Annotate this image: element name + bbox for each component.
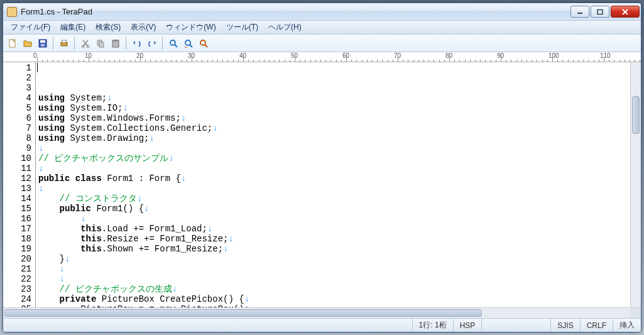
statusbar: 1行: 1桁 HSP SJIS CRLF 挿入 xyxy=(3,318,641,332)
ruler: 0102030405060708090100110120 xyxy=(3,52,641,62)
find-button[interactable] xyxy=(166,36,180,50)
redo-button[interactable] xyxy=(145,36,159,50)
line-number-gutter: 1234567891011121314151617181920212223242… xyxy=(3,62,36,307)
status-insert-mode: 挿入 xyxy=(613,319,641,332)
horizontal-scrollbar[interactable] xyxy=(3,307,641,318)
svg-line-21 xyxy=(205,45,207,47)
titlebar[interactable]: Form1.cs - TeraPad xyxy=(3,3,641,21)
status-newline: CRLF xyxy=(580,319,613,332)
cut-button[interactable] xyxy=(79,36,92,50)
maximize-button[interactable] xyxy=(591,6,609,18)
toolbar-separator xyxy=(74,37,75,50)
status-language: HSP xyxy=(453,319,482,332)
svg-point-16 xyxy=(170,40,175,45)
copy-button[interactable] xyxy=(94,36,107,50)
find-next-button[interactable] xyxy=(182,36,195,50)
svg-line-19 xyxy=(190,45,192,47)
menu-view[interactable]: 表示(V) xyxy=(126,21,161,34)
code-area[interactable]: using System;↓using System.IO;↓using Sys… xyxy=(36,62,630,307)
close-button[interactable] xyxy=(611,6,640,18)
new-file-button[interactable] xyxy=(6,36,19,50)
svg-rect-7 xyxy=(41,44,45,47)
window-buttons xyxy=(569,6,640,18)
menu-edit[interactable]: 編集(E) xyxy=(55,21,90,34)
save-button[interactable] xyxy=(36,36,50,50)
menu-file[interactable]: ファイル(F) xyxy=(6,21,55,34)
toolbar-separator xyxy=(126,37,127,50)
window: Form1.cs - TeraPad ファイル(F) 編集(E) 検索(S) 表… xyxy=(3,3,641,332)
status-spacer xyxy=(481,319,550,332)
app-icon xyxy=(7,7,17,17)
menu-search[interactable]: 検索(S) xyxy=(90,21,126,34)
open-file-button[interactable] xyxy=(21,36,35,50)
scrollbar-corner xyxy=(630,308,641,318)
svg-rect-15 xyxy=(114,40,117,41)
svg-rect-6 xyxy=(40,40,45,43)
window-title: Form1.cs - TeraPad xyxy=(19,7,569,16)
vertical-scrollbar-thumb[interactable] xyxy=(632,96,640,134)
toolbar-separator xyxy=(53,37,54,50)
menu-tool[interactable]: ツール(T) xyxy=(221,21,263,34)
print-button[interactable] xyxy=(57,36,71,50)
editor: 1234567891011121314151617181920212223242… xyxy=(3,62,641,307)
menubar: ファイル(F) 編集(E) 検索(S) 表示(V) ウィンドウ(W) ツール(T… xyxy=(3,21,641,35)
horizontal-scrollbar-thumb[interactable] xyxy=(4,309,482,317)
svg-point-18 xyxy=(185,40,190,45)
vertical-scrollbar[interactable] xyxy=(630,62,641,307)
toolbar-separator xyxy=(162,37,163,50)
svg-point-20 xyxy=(200,40,205,45)
svg-rect-13 xyxy=(99,42,104,47)
status-encoding: SJIS xyxy=(550,319,579,332)
minimize-button[interactable] xyxy=(570,6,589,18)
replace-button[interactable] xyxy=(197,36,210,50)
paste-button[interactable] xyxy=(109,36,123,50)
svg-rect-9 xyxy=(62,40,66,43)
svg-rect-1 xyxy=(598,9,603,14)
undo-button[interactable] xyxy=(130,36,144,50)
menu-help[interactable]: ヘルプ(H) xyxy=(263,21,307,34)
menu-window[interactable]: ウィンドウ(W) xyxy=(161,21,221,34)
toolbar xyxy=(3,35,641,52)
svg-line-17 xyxy=(175,45,177,47)
caret xyxy=(37,63,38,72)
status-position: 1行: 1桁 xyxy=(412,319,453,332)
